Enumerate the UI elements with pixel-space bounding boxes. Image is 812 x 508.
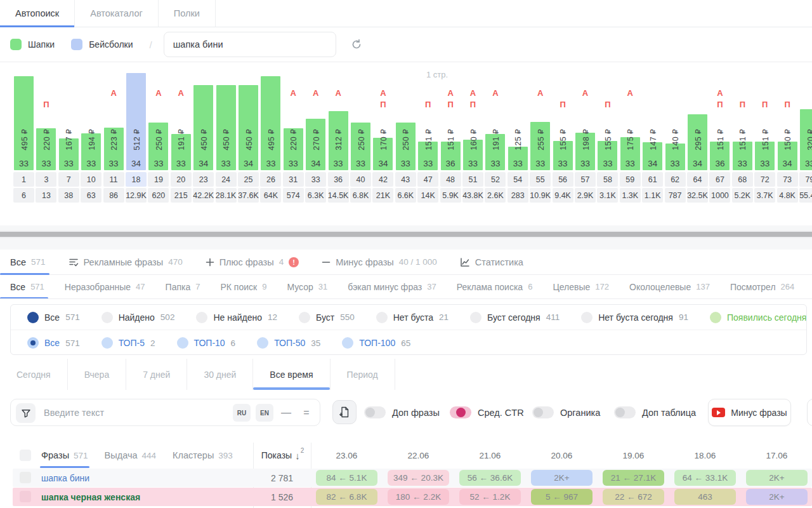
chart-bar-column[interactable]: А 223 ₽ 33 <box>104 72 124 170</box>
chart-bar-column[interactable]: 495 ₽ 33 <box>14 72 34 170</box>
chart-bar-column[interactable]: А 220 ₽ 33 <box>284 72 303 170</box>
export-document-button[interactable] <box>332 400 357 424</box>
chart-bar-column[interactable]: 194 ₽ 33 <box>81 72 101 170</box>
phrase-tab[interactable]: Минус фразы 40 / 1 000 <box>322 250 437 274</box>
phrase-tab[interactable]: Плюс фразы 4 ! <box>206 250 299 274</box>
chart-bar-column[interactable]: 295 ₽ 34 <box>688 72 707 170</box>
chart-bar-column[interactable]: П 151 ₽ 33 <box>733 72 752 170</box>
price-bar[interactable] <box>14 76 34 170</box>
position-cell[interactable]: 23 <box>193 172 214 187</box>
price-bar[interactable] <box>216 85 236 170</box>
folder-tab[interactable]: Мусор 31 <box>287 275 327 298</box>
time-tab[interactable]: 30 дней <box>187 359 253 390</box>
folder-tab[interactable]: Неразобранные 47 <box>65 275 145 298</box>
table-row[interactable]: шапка бини 2 781 84 ← 5.1K349 ← 20.3K56 … <box>13 469 812 487</box>
position-cell[interactable]: 24 <box>216 172 237 187</box>
frequency-cell[interactable]: 1.1K <box>642 188 663 203</box>
filter-radio[interactable]: ТОП-10 6 <box>177 337 236 349</box>
position-cell[interactable]: 68 <box>732 172 753 187</box>
top-tab[interactable]: Полки <box>159 0 216 27</box>
time-tab[interactable]: Вчера <box>68 359 127 390</box>
frequency-cell[interactable]: 4.8K <box>777 188 798 203</box>
chart-bar-column[interactable]: А 191 ₽ 33 <box>171 72 191 170</box>
folder-tab[interactable]: РК поиск 9 <box>220 275 266 298</box>
chart-bar-column[interactable]: А П 512 ₽ 34 <box>126 72 146 170</box>
filter-radio[interactable]: Все 571 <box>27 312 80 323</box>
minus-phrases-button[interactable]: Минус фразы <box>708 399 791 426</box>
select-all-checkbox[interactable] <box>20 450 31 461</box>
metric-chip[interactable]: 463 <box>674 489 736 505</box>
chart-bar-column[interactable]: А П 151 ₽ 36 <box>441 72 461 170</box>
frequency-cell[interactable]: 5.2K <box>732 188 753 203</box>
phrase-link[interactable]: шапка черная женская <box>41 488 140 506</box>
frequency-cell[interactable]: 21K <box>372 188 393 203</box>
frequency-cell[interactable]: 6.3K <box>305 188 326 203</box>
chart-bar-column[interactable]: 147 ₽ 34 <box>643 72 662 170</box>
table-tab[interactable]: Выдача 444 <box>105 443 156 468</box>
position-cell[interactable]: 19 <box>148 172 169 187</box>
metric-chip[interactable]: 52 ← 1.2K <box>459 489 521 505</box>
frequency-cell[interactable]: 28.1K <box>216 188 237 203</box>
match-mode-button[interactable]: — <box>278 404 294 422</box>
metric-chip[interactable]: 56 ← 36.6K <box>459 470 521 486</box>
chart-bar-column[interactable]: А П 450 ₽ 34 <box>239 72 258 170</box>
filter-radio[interactable]: Нет буста 21 <box>376 312 449 323</box>
phrase-link[interactable]: шапка бини <box>41 469 89 487</box>
position-cell[interactable]: 33 <box>305 172 326 187</box>
chart-bar-column[interactable]: 125 ₽ 33 <box>508 72 528 170</box>
filter-radio[interactable]: Появились сегодня 310 <box>710 312 812 323</box>
time-tab[interactable]: Все время <box>253 359 330 390</box>
chart-bar-column[interactable]: А П 450 ₽ 34 <box>193 72 213 170</box>
chart-bar-column[interactable]: А 175 ₽ 33 <box>620 72 640 170</box>
top-tab[interactable]: Автопоиск <box>0 0 75 27</box>
position-cell[interactable]: 1 <box>13 172 34 187</box>
frequency-cell[interactable]: 13 <box>36 188 56 203</box>
position-cell[interactable]: 40 <box>350 172 371 187</box>
metric-chip[interactable]: 349 ← 20.3K <box>388 470 449 486</box>
position-cell[interactable]: 72 <box>754 172 775 187</box>
date-column-header[interactable]: 19.06 <box>598 443 669 468</box>
date-column-header[interactable]: 22.06 <box>383 443 454 468</box>
price-bar[interactable] <box>261 76 280 170</box>
frequency-cell[interactable]: 14K <box>417 188 438 203</box>
chart-bar-column[interactable]: П 155 ₽ 33 <box>553 72 573 170</box>
folder-tab[interactable]: Целевые 172 <box>553 275 609 298</box>
price-bar[interactable] <box>126 73 146 170</box>
frequency-cell[interactable]: 3.1K <box>597 188 618 203</box>
chart-bar-column[interactable]: А П 170 ₽ 34 <box>373 72 393 170</box>
partial-button[interactable] <box>807 399 812 426</box>
date-column-header[interactable]: 23.06 <box>311 443 383 468</box>
search-input[interactable] <box>44 400 190 425</box>
folder-tab[interactable]: Реклама поиска 6 <box>457 275 533 298</box>
frequency-cell[interactable]: 9.4K <box>553 188 573 203</box>
frequency-cell[interactable]: 10.9K <box>530 188 551 203</box>
frequency-cell[interactable]: 283 <box>508 188 528 203</box>
position-cell[interactable]: 54 <box>508 172 528 187</box>
position-cell[interactable]: 25 <box>238 172 259 187</box>
metric-chip[interactable]: 64 ← 33.1K <box>674 470 736 486</box>
table-row[interactable]: шапка черная женская 1 526 82 ← 6.8K180 … <box>13 488 812 506</box>
frequency-cell[interactable]: 1000 <box>709 188 730 203</box>
frequency-cell[interactable]: 63 <box>81 188 102 203</box>
position-cell[interactable]: 62 <box>665 172 686 187</box>
filter-radio[interactable]: Найдено 502 <box>102 312 175 323</box>
toggle-switch[interactable] <box>614 406 636 418</box>
metric-chip[interactable]: 21 ← 27.1K <box>603 470 664 486</box>
chart-bar-column[interactable]: П 220 ₽ 33 <box>36 72 56 170</box>
chart-bar-column[interactable]: П 155 ₽ 33 <box>598 72 617 170</box>
date-column-header[interactable]: 20.06 <box>526 443 598 468</box>
toggle-switch[interactable] <box>450 406 471 418</box>
chart-bar-column[interactable]: 167 ₽ 33 <box>59 72 79 170</box>
position-cell[interactable]: 67 <box>709 172 730 187</box>
filter-radio[interactable]: Буст 550 <box>299 312 355 323</box>
frequency-cell[interactable]: 620 <box>148 188 169 203</box>
position-cell[interactable]: 3 <box>36 172 56 187</box>
position-cell[interactable]: 42 <box>372 172 393 187</box>
position-cell[interactable]: 79 <box>799 172 812 187</box>
position-cell[interactable]: 11 <box>103 172 124 187</box>
row-checkbox[interactable] <box>20 491 31 502</box>
metric-chip[interactable]: 2K+ <box>746 489 808 505</box>
chart-bar-column[interactable]: А 495 ₽ 33 <box>261 72 280 170</box>
position-cell[interactable]: 59 <box>620 172 641 187</box>
filter-radio[interactable]: Нет буста сегодня 91 <box>581 312 688 323</box>
